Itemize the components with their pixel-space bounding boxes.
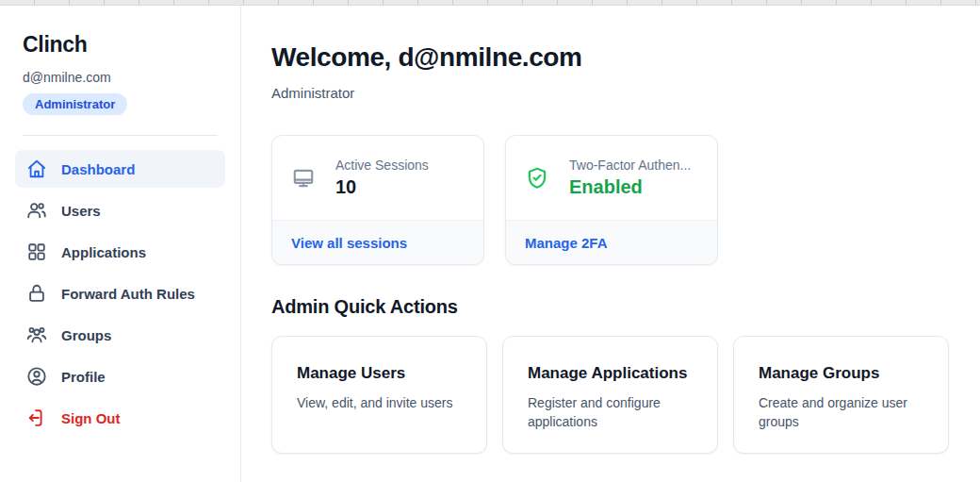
user-email: d@nmilne.com — [23, 70, 225, 85]
grid-icon — [26, 241, 47, 262]
sidebar-divider — [23, 135, 218, 136]
quick-actions-heading: Admin Quick Actions — [271, 296, 950, 318]
manage-2fa-link[interactable]: Manage 2FA — [525, 235, 608, 251]
shield-check-icon — [525, 166, 549, 191]
active-sessions-card: Active Sessions 10 View all sessions — [271, 135, 484, 265]
profile-icon — [26, 366, 47, 387]
sidebar-item-label: Forward Auth Rules — [61, 286, 195, 302]
sidebar-item-dashboard[interactable]: Dashboard — [15, 150, 225, 188]
manage-users-card[interactable]: Manage Users View, edit, and invite user… — [271, 336, 487, 454]
action-card-description: Create and organize user groups — [759, 393, 923, 432]
sign-out-icon — [26, 407, 47, 428]
sidebar-item-forward-auth-rules[interactable]: Forward Auth Rules — [15, 274, 225, 312]
sidebar-nav: Dashboard Users Applic — [15, 150, 225, 437]
app-logo-text: Clinch — [23, 32, 225, 58]
action-card-title: Manage Applications — [528, 364, 693, 383]
two-factor-status-value: Enabled — [569, 176, 691, 198]
monitor-icon — [291, 166, 316, 191]
active-sessions-card-body: Active Sessions 10 — [272, 136, 483, 220]
sidebar-item-users[interactable]: Users — [15, 191, 225, 229]
two-factor-card-body: Two-Factor Authen... Enabled — [506, 136, 717, 220]
two-factor-card: Two-Factor Authen... Enabled Manage 2FA — [505, 135, 718, 265]
sidebar-item-applications[interactable]: Applications — [15, 233, 225, 271]
quick-actions-row: Manage Users View, edit, and invite user… — [271, 336, 950, 454]
stat-text: Two-Factor Authen... Enabled — [569, 158, 691, 198]
stat-card-footer: Manage 2FA — [506, 220, 717, 264]
home-icon — [26, 158, 47, 179]
stats-row: Active Sessions 10 View all sessions — [271, 135, 950, 265]
sidebar-item-sign-out[interactable]: Sign Out — [15, 399, 225, 437]
view-all-sessions-link[interactable]: View all sessions — [291, 235, 407, 251]
sidebar-item-groups[interactable]: Groups — [15, 316, 225, 354]
stat-label: Active Sessions — [335, 158, 429, 173]
lock-icon — [26, 283, 47, 304]
browser-tab-strip — [0, 0, 980, 6]
action-card-title: Manage Groups — [759, 364, 923, 383]
main-content: Welcome, d@nmilne.com Administrator Acti… — [242, 7, 980, 482]
app-window: Clinch d@nmilne.com Administrator Dashbo… — [0, 0, 980, 482]
action-card-title: Manage Users — [297, 364, 462, 383]
stat-text: Active Sessions 10 — [335, 158, 429, 198]
sidebar-item-label: Users — [61, 203, 101, 219]
active-sessions-value: 10 — [335, 176, 429, 198]
sidebar-item-label: Profile — [61, 369, 106, 385]
sidebar-item-label: Groups — [61, 327, 111, 343]
stat-card-footer: View all sessions — [272, 220, 483, 264]
sidebar: Clinch d@nmilne.com Administrator Dashbo… — [0, 7, 241, 482]
sidebar-item-label: Sign Out — [61, 410, 121, 426]
role-badge: Administrator — [23, 93, 127, 115]
manage-applications-card[interactable]: Manage Applications Register and configu… — [502, 336, 718, 454]
sidebar-item-profile[interactable]: Profile — [15, 357, 225, 395]
users-icon — [26, 200, 47, 221]
page-subtitle: Administrator — [271, 85, 950, 101]
stat-label: Two-Factor Authen... — [569, 158, 691, 173]
groups-icon — [26, 324, 47, 345]
manage-groups-card[interactable]: Manage Groups Create and organize user g… — [733, 336, 949, 454]
sidebar-item-label: Applications — [61, 244, 146, 260]
action-card-description: Register and configure applications — [528, 393, 693, 432]
action-card-description: View, edit, and invite users — [297, 393, 462, 412]
page-title: Welcome, d@nmilne.com — [271, 42, 950, 73]
sidebar-item-label: Dashboard — [61, 161, 135, 177]
